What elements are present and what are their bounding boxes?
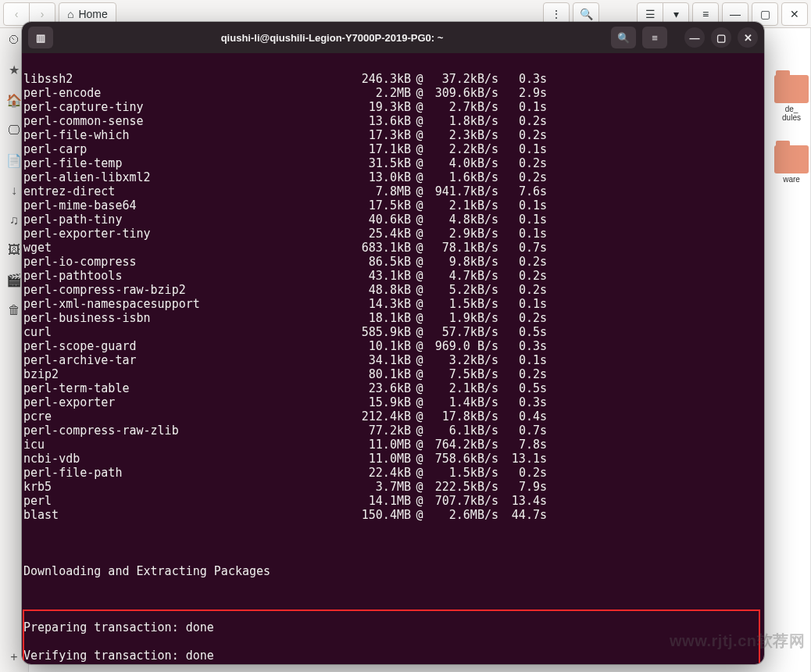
terminal-close-button[interactable]: ✕	[738, 27, 758, 48]
status-downloading: Downloading and Extracting Packages	[23, 564, 756, 578]
download-line: perl-mime-base6417.5kB@2.1kB/s0.1s	[23, 198, 756, 213]
download-line: perl-exporter15.9kB@1.4kB/s0.3s	[23, 395, 756, 409]
search-icon: 🔍	[617, 32, 630, 44]
download-line: perl-alien-libxml213.0kB@1.6kB/s0.2s	[23, 170, 756, 184]
new-tab-icon: ▥	[36, 32, 45, 44]
folder-label-1: de_ dules	[768, 105, 811, 122]
download-line: perl-business-isbn18.1kB@1.9kB/s0.2s	[23, 311, 756, 325]
download-line: perl-pathtools43.1kB@4.7kB/s0.2s	[23, 269, 756, 283]
terminal-window: ▥ qiushi-li@qiushili-Legion-Y7000P-2019-…	[22, 22, 764, 664]
download-line: perl-common-sense13.6kB@1.8kB/s0.2s	[23, 114, 756, 128]
status-preparing: Preparing transaction: done	[23, 620, 756, 634]
terminal-maximize-button[interactable]: ▢	[711, 27, 731, 48]
download-line: pcre212.4kB@17.8kB/s0.4s	[23, 409, 756, 424]
download-line: perl-file-which17.3kB@2.3kB/s0.2s	[23, 128, 756, 142]
hamburger-icon: ≡	[652, 32, 658, 44]
download-line: perl-path-tiny40.6kB@4.8kB/s0.1s	[23, 213, 756, 227]
terminal-menu-button[interactable]: ≡	[642, 27, 667, 48]
download-line: perl-xml-namespacesupport14.3kB@1.5kB/s0…	[23, 297, 756, 311]
home-icon: ⌂	[67, 8, 73, 20]
download-line: libssh2246.3kB@37.2kB/s0.3s	[23, 72, 756, 86]
new-tab-button[interactable]: ▥	[28, 27, 53, 48]
download-line: perl-exporter-tiny25.4kB@2.9kB/s0.1s	[23, 227, 756, 241]
location-label: Home	[78, 8, 107, 20]
folder-icon-2[interactable]: ware	[768, 145, 811, 184]
fm-close-button[interactable]: ✕	[781, 2, 808, 26]
terminal-titlebar[interactable]: ▥ qiushi-li@qiushili-Legion-Y7000P-2019-…	[22, 22, 764, 53]
download-line: ncbi-vdb11.0MB@758.6kB/s13.1s	[23, 452, 756, 466]
download-line: icu11.0MB@764.2kB/s7.8s	[23, 438, 756, 452]
download-line: blast150.4MB@2.6MB/s44.7s	[23, 508, 756, 522]
download-line: entrez-direct7.8MB@941.7kB/s7.6s	[23, 184, 756, 198]
watermark-text: www.rjtj.cn软荐网	[670, 631, 805, 652]
download-line: perl-term-table23.6kB@2.1kB/s0.5s	[23, 381, 756, 395]
download-line: perl-file-path22.4kB@1.5kB/s0.2s	[23, 466, 756, 480]
download-line: perl-capture-tiny19.3kB@2.7kB/s0.1s	[23, 100, 756, 114]
search-icon: 🔍	[580, 8, 593, 20]
download-line: perl-compress-raw-zlib77.2kB@6.1kB/s0.7s	[23, 424, 756, 438]
terminal-title: qiushi-li@qiushili-Legion-Y7000P-2019-PG…	[59, 32, 605, 44]
download-line: bzip280.1kB@7.5kB/s0.2s	[23, 367, 756, 381]
status-verifying: Verifying transaction: done	[23, 649, 756, 663]
nav-back-button[interactable]: ‹	[3, 2, 30, 26]
download-line: wget683.1kB@78.1kB/s0.7s	[23, 241, 756, 255]
folder-icon-1[interactable]: de_ dules	[768, 75, 811, 122]
folder-label-2: ware	[768, 175, 811, 184]
download-line: perl14.1MB@707.7kB/s13.4s	[23, 494, 756, 508]
download-line: perl-scope-guard10.1kB@969.0 B/s0.3s	[23, 339, 756, 353]
terminal-output[interactable]: libssh2246.3kB@37.2kB/s0.3sperl-encode2.…	[22, 53, 764, 664]
terminal-search-button[interactable]: 🔍	[611, 27, 636, 48]
download-line: perl-archive-tar34.1kB@3.2kB/s0.1s	[23, 353, 756, 367]
download-line: perl-encode2.2MB@309.6kB/s2.9s	[23, 86, 756, 100]
terminal-minimize-button[interactable]: —	[684, 27, 705, 48]
download-line: perl-file-temp31.5kB@4.0kB/s0.2s	[23, 156, 756, 170]
download-line: perl-carp17.1kB@2.2kB/s0.1s	[23, 142, 756, 156]
download-line: krb53.7MB@222.5kB/s7.9s	[23, 480, 756, 494]
download-line: perl-io-compress86.5kB@9.8kB/s0.2s	[23, 255, 756, 269]
download-line: curl585.9kB@57.7kB/s0.5s	[23, 325, 756, 339]
download-line: perl-compress-raw-bzip248.8kB@5.2kB/s0.2…	[23, 283, 756, 297]
